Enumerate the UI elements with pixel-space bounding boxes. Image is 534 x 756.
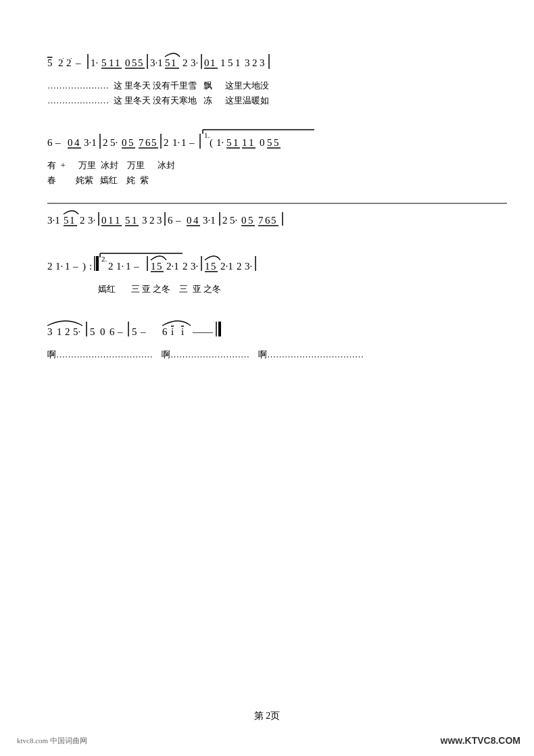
- svg-text:0: 0: [101, 215, 107, 226]
- svg-text:2: 2: [47, 261, 53, 272]
- watermark-right: www.KTVC8.COM: [441, 735, 521, 746]
- music-container: 5 2 · 2 · – 1· 5 1 1 0 5: [41, 27, 493, 388]
- svg-text:1: 1: [181, 137, 187, 148]
- svg-text:2: 2: [183, 261, 188, 272]
- svg-text:5: 5: [157, 261, 162, 272]
- svg-text:·: ·: [70, 55, 72, 62]
- svg-text::: :: [89, 261, 92, 272]
- svg-text:1·: 1·: [55, 261, 63, 272]
- svg-text:2: 2: [183, 57, 188, 68]
- svg-text:2: 2: [65, 326, 70, 337]
- row-2-lyrics-1: 有 + 万里 冰封 万里 冰封: [47, 159, 487, 172]
- svg-text:3·: 3·: [245, 261, 252, 272]
- svg-text:5: 5: [151, 137, 157, 148]
- svg-text:5: 5: [125, 215, 130, 226]
- svg-text:3·: 3·: [191, 57, 198, 68]
- svg-text:–: –: [55, 137, 61, 148]
- svg-text:1: 1: [57, 326, 62, 337]
- svg-text:2: 2: [222, 215, 228, 226]
- svg-text:1: 1: [233, 137, 239, 148]
- svg-text:3·1: 3·1: [150, 57, 163, 68]
- svg-text:6: 6: [145, 137, 151, 148]
- svg-text:1: 1: [210, 57, 216, 68]
- svg-text:0: 0: [187, 215, 192, 226]
- svg-text:0: 0: [241, 215, 247, 226]
- row-5-notation: 3 1 2 5· 5 0 6 – 5 – 6: [47, 309, 487, 347]
- svg-text:5: 5: [228, 57, 233, 68]
- svg-text:3·1: 3·1: [47, 215, 60, 226]
- svg-text:3: 3: [260, 57, 265, 68]
- svg-text:2: 2: [103, 137, 108, 148]
- svg-text:0: 0: [122, 137, 127, 148]
- row-4: 2 1· 1 – ) : 2. 2 1· 1 –: [47, 244, 487, 296]
- row-5-lyrics: 啊…………………………… 啊……………………… 啊……………………………: [47, 348, 487, 361]
- row-3-notation: 3·1 5 1 2 3· 0 1 1 5 1: [47, 200, 487, 230]
- svg-text:2·1: 2·1: [220, 261, 233, 272]
- svg-text:5·: 5·: [110, 137, 118, 148]
- svg-text:3: 3: [142, 215, 147, 226]
- svg-text:(: (: [210, 137, 213, 149]
- svg-text:0: 0: [68, 137, 73, 148]
- row-4-notation: 2 1· 1 – ) : 2. 2 1· 1 –: [47, 244, 487, 281]
- svg-text:6: 6: [168, 215, 173, 226]
- svg-text:1: 1: [70, 215, 75, 226]
- row-1: 5 2 · 2 · – 1· 5 1 1 0 5: [47, 41, 487, 107]
- svg-text:6: 6: [162, 326, 168, 337]
- svg-text:2: 2: [108, 261, 114, 272]
- svg-text:5: 5: [101, 57, 107, 68]
- svg-text:5: 5: [128, 137, 134, 148]
- svg-text:5: 5: [47, 57, 53, 68]
- svg-text:3·1: 3·1: [203, 215, 216, 226]
- svg-text:i: i: [181, 326, 184, 337]
- svg-text:–: –: [133, 261, 139, 272]
- svg-text:–: –: [189, 137, 195, 148]
- svg-text:–: –: [72, 261, 78, 272]
- svg-text:5: 5: [211, 261, 216, 272]
- svg-text:3·: 3·: [191, 261, 198, 272]
- svg-text:2: 2: [164, 137, 169, 148]
- svg-text:3: 3: [245, 57, 250, 68]
- svg-text:1·: 1·: [116, 261, 124, 272]
- row-2-notation: 6 – 0 4 3·1 2 5· 0 5 7: [47, 120, 487, 157]
- row-4-lyrics: 嫣红 三 亚 之冬 三 亚 之冬: [47, 282, 487, 296]
- svg-text:6: 6: [265, 215, 270, 226]
- row-1-lyrics-2: ………………… 这 里冬天 没有天寒地 冻 这里温暖如: [47, 94, 487, 107]
- svg-text:7: 7: [258, 215, 264, 226]
- svg-text:5: 5: [165, 57, 170, 68]
- svg-text:·: ·: [62, 55, 64, 62]
- svg-text:1: 1: [249, 137, 254, 148]
- page: 5 2 · 2 · – 1· 5 1 1 0 5: [0, 0, 534, 756]
- svg-text:1: 1: [109, 57, 114, 68]
- svg-text:5: 5: [138, 57, 143, 68]
- svg-text:4: 4: [193, 215, 199, 226]
- svg-text:6: 6: [110, 326, 115, 337]
- svg-text:1: 1: [65, 261, 70, 272]
- svg-text:i: i: [171, 326, 174, 337]
- svg-text:2.: 2.: [101, 255, 107, 263]
- svg-text:1: 1: [108, 215, 114, 226]
- svg-text:2·1: 2·1: [166, 261, 179, 272]
- svg-text:1: 1: [132, 215, 137, 226]
- svg-text:–: –: [75, 57, 81, 68]
- svg-text:1·: 1·: [216, 137, 224, 148]
- page-number: 第 2页: [254, 710, 281, 722]
- svg-text:1: 1: [235, 57, 241, 68]
- svg-text:1: 1: [115, 57, 120, 68]
- svg-text:1: 1: [115, 215, 120, 226]
- svg-text:2: 2: [252, 57, 258, 68]
- svg-text:0: 0: [100, 326, 105, 337]
- svg-text:7: 7: [139, 137, 144, 148]
- svg-text:1: 1: [205, 261, 210, 272]
- svg-text:6: 6: [47, 137, 53, 148]
- svg-text:5: 5: [274, 137, 279, 148]
- svg-text:—: —: [192, 326, 203, 337]
- svg-text:5: 5: [132, 326, 137, 337]
- svg-text:1: 1: [151, 261, 156, 272]
- svg-text:5·: 5·: [73, 326, 80, 337]
- svg-text:5: 5: [267, 137, 272, 148]
- svg-text:1: 1: [126, 261, 131, 272]
- svg-text:3·: 3·: [88, 215, 95, 226]
- svg-text:0: 0: [260, 137, 265, 148]
- svg-text:5·: 5·: [230, 215, 237, 226]
- svg-text:1: 1: [220, 57, 226, 68]
